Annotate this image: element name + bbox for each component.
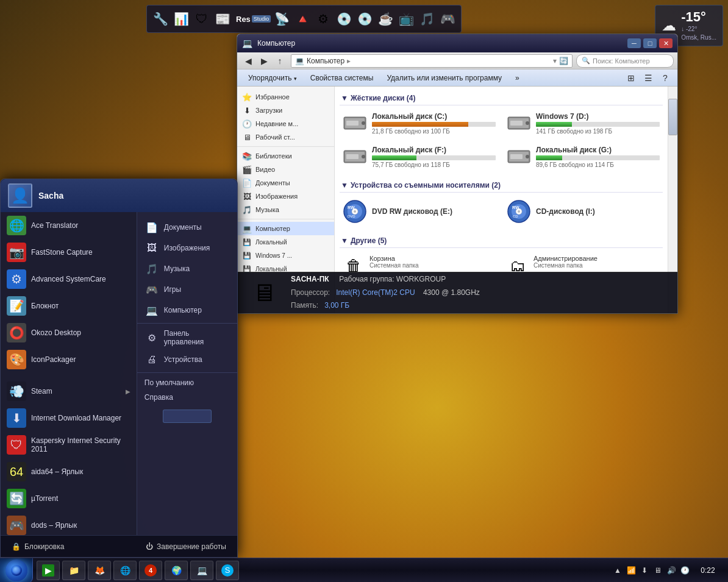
ql-icon-7[interactable]: ⚙ [313,9,333,29]
cd-i[interactable]: RW CD CD-дисковод (I:) [504,196,663,227]
quick-launch-toolbar: 🔧 📊 🛡 📰 Res Studio 📡 🔺 ⚙ 💿 💿 ☕ 📺 🎵 🎮 [146,5,462,33]
recycle-bin-info: Корзина Системная папка [369,255,419,269]
app-notepad[interactable]: 📝 Блокнот [1,293,137,319]
ql-icon-2[interactable]: 📊 [171,9,191,29]
taskbar-firefox[interactable]: 🦊 [88,561,111,580]
app-advanced-systemcare[interactable]: ⚙ Advanced SystemCare [1,266,137,293]
ql-icon-9[interactable]: 💿 [355,9,374,29]
app-okozo[interactable]: ⭕ Okozo Desktop [1,319,137,346]
address-dropdown[interactable]: ▾ [553,57,557,65]
dvd-e[interactable]: RW DVD DVD RW дисковод (E:) [340,196,499,227]
shutdown-button[interactable]: ⏻ Завершение работы [142,541,230,553]
tray-arrow[interactable]: ▲ [612,565,623,576]
right-devices[interactable]: 🖨 Устройства [137,349,237,370]
app-kaspersky[interactable]: 🛡 Kaspersky Internet Security 2011 [1,431,137,458]
tray-display[interactable]: 🖥 [652,565,663,576]
menu-organize[interactable]: Упорядочить ▾ [242,72,303,84]
app-utorrent[interactable]: 🔄 µTorrent [1,485,137,512]
hard-drives-label: Жёсткие диски (4) [351,94,416,102]
ql-icon-4[interactable]: 📰 [213,9,232,29]
ql-icon-6[interactable]: 🔺 [293,9,312,29]
lock-icon: 🔒 [12,542,21,551]
drive-f[interactable]: Локальный диск (F:) 75,7 ГБ свободно из … [340,143,499,171]
taskbar-globe[interactable]: 🌍 [165,561,188,580]
right-help[interactable]: Справка [137,390,237,405]
right-slider[interactable] [163,410,212,423]
search-bar[interactable]: 🔍 Поиск: Компьютер [576,54,674,68]
ql-icon-11[interactable]: 📺 [396,9,416,29]
other-header[interactable]: ▼ Другие (5) [340,234,663,248]
drive-d[interactable]: Windows 7 (D:) 141 ГБ свободно из 198 ГБ [504,109,663,138]
app-ace-translator[interactable]: 🌐 Ace Translator [1,212,137,239]
sidebar-item-music[interactable]: 🎵 Музыка [237,203,334,216]
sidebar-item-images[interactable]: 🖼 Изображения [237,190,334,203]
tray-network[interactable]: 📶 [626,565,637,576]
menu-uninstall[interactable]: Удалить или изменить программу [380,72,508,84]
sidebar-item-desktop[interactable]: 🖥 Рабочий ст... [237,130,334,144]
taskbar-ie[interactable]: 🌐 [113,561,137,580]
start-menu-user-section: 👤 Sacha [1,179,237,212]
removable-header[interactable]: ▼ Устройства со съемными носителями (2) [340,179,663,193]
view-icons-button[interactable]: ⊞ [624,71,638,85]
tray-volume[interactable]: 🔊 [666,565,677,576]
taskbar-app4[interactable]: 4 [139,561,162,580]
up-button[interactable]: ↑ [273,54,287,68]
system-clock[interactable]: 0:22 [693,566,723,575]
address-bar[interactable]: 💻 Компьютер ▸ ▾ 🔄 [291,54,573,68]
hard-drives-header[interactable]: ▼ Жёсткие диски (4) [340,91,663,105]
scrollbar-thumb[interactable] [668,99,677,135]
maximize-button[interactable]: □ [643,38,657,48]
help-button[interactable]: ? [658,71,673,85]
tray-clock-notify[interactable]: 🕐 [679,565,690,576]
sidebar-item-libraries[interactable]: 📚 Библиотеки [237,149,334,163]
drive-f-free: 75,7 ГБ свободно из 118 ГБ [372,161,496,168]
ql-icon-3[interactable]: 🛡 [192,9,212,29]
ql-icon-12[interactable]: 🎵 [417,9,437,29]
ql-icon-13[interactable]: 🎮 [438,9,457,29]
sidebar-item-local1[interactable]: 💾 Локальный [237,235,334,249]
ql-icon-10[interactable]: ☕ [376,9,395,29]
ql-icon-5[interactable]: 📡 [272,9,291,29]
sidebar-item-downloads[interactable]: ⬇ Загрузки [237,104,334,117]
close-button[interactable]: ✕ [659,38,673,48]
right-computer[interactable]: 💻 Компьютер [137,300,237,321]
sidebar-item-win7[interactable]: 💾 Windows 7 ... [237,249,334,262]
right-games[interactable]: 🎮 Игры [137,279,237,300]
taskbar-computer[interactable]: 💻 [190,561,213,580]
removable-label: Устройства со съемными носителями (2) [351,181,501,190]
right-control-panel[interactable]: ⚙ Панель управления [137,326,237,349]
ql-icon-1[interactable]: 🔧 [151,9,170,29]
menu-more[interactable]: » [509,72,526,84]
view-details-button[interactable]: ☰ [641,71,655,85]
drive-g[interactable]: Локальный диск (G:) 89,6 ГБ свободно из … [504,143,663,171]
app-steam[interactable]: 💨 Steam ▶ [1,378,137,405]
app-faststone[interactable]: 📷 FastStone Capture [1,239,137,266]
refresh-button[interactable]: 🔄 [559,57,568,65]
app-dods[interactable]: 🎮 dods – Ярлык [1,512,137,535]
sidebar-item-documents[interactable]: 📄 Документы [237,176,334,190]
sidebar-item-favorites[interactable]: ⭐ Избранное [237,90,334,104]
right-documents[interactable]: 📄 Документы [137,217,237,238]
tray-idm[interactable]: ⬇ [639,565,650,576]
taskbar-skype[interactable]: S [216,561,239,580]
ql-icon-8[interactable]: 💿 [334,9,354,29]
lock-button[interactable]: 🔒 Блокировка [8,541,68,553]
sidebar-item-video[interactable]: 🎬 Видео [237,163,334,176]
sidebar-item-computer[interactable]: 💻 Компьютер [237,222,334,235]
sidebar-item-recent[interactable]: 🕐 Недавние м... [237,117,334,130]
right-default[interactable]: По умолчанию [137,375,237,390]
app-iconpackager[interactable]: 🎨 IconPackager [1,346,137,373]
app-aida64[interactable]: 64 aida64 – Ярлык [1,458,137,485]
images-icon: 🖼 [242,191,252,201]
right-images[interactable]: 🖼 Изображения [137,238,237,258]
back-button[interactable]: ◀ [241,54,255,68]
right-music[interactable]: 🎵 Музыка [137,258,237,279]
minimize-button[interactable]: ─ [627,38,641,48]
drive-c[interactable]: Локальный диск (C:) 21,8 ГБ свободно из … [340,109,499,138]
menu-properties[interactable]: Свойства системы [304,72,380,84]
start-button[interactable] [0,558,33,583]
app-idm[interactable]: ⬇ Internet Download Manager [1,405,137,431]
taskbar-media-player[interactable]: ▶ [37,561,60,580]
forward-button[interactable]: ▶ [257,54,271,68]
taskbar-file-manager[interactable]: 📁 [62,561,85,580]
